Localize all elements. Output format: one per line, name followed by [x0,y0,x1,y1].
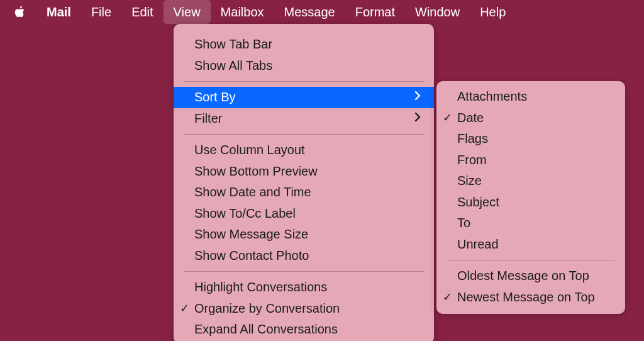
menubar-item-file[interactable]: File [81,0,121,24]
submenu-item-oldest-top[interactable]: Oldest Message on Top [436,266,625,287]
menu-separator [447,260,615,260]
menu-item-show-all-tabs[interactable]: Show All Tabs [174,55,434,77]
check-icon: ✓ [443,290,452,304]
submenu-item-subject[interactable]: Subject [436,192,625,213]
chevron-right-icon [414,111,421,126]
menu-item-show-contact-photo[interactable]: Show Contact Photo [174,245,434,267]
menubar-item-edit[interactable]: Edit [121,0,163,24]
menu-item-label: Filter [194,111,222,126]
menubar-item-help[interactable]: Help [470,0,516,24]
menubar-item-window[interactable]: Window [405,0,470,24]
menubar-item-message[interactable]: Message [274,0,345,24]
view-menu: Show Tab Bar Show All Tabs Sort By Filte… [174,24,434,341]
submenu-item-newest-top[interactable]: ✓ Newest Message on Top [436,287,625,308]
menu-separator [184,81,424,82]
menubar-item-mailbox[interactable]: Mailbox [211,0,274,24]
menu-item-label: Sort By [194,90,236,104]
menu-item-expand-all-conversations[interactable]: Expand All Conversations [174,319,434,340]
menu-item-show-bottom-preview[interactable]: Show Bottom Preview [174,161,434,182]
submenu-item-attachments[interactable]: Attachments [436,86,625,108]
submenu-item-flags[interactable]: Flags [436,128,625,150]
sort-by-submenu: Attachments ✓ Date Flags From Size Subje… [436,81,625,314]
submenu-item-size[interactable]: Size [436,170,625,192]
check-icon: ✓ [180,301,189,315]
menu-item-label: Newest Message on Top [457,290,595,305]
menubar-item-view[interactable]: View [164,0,211,24]
menu-item-show-to-cc[interactable]: Show To/Cc Label [174,203,434,225]
menu-item-organize-by-conversation[interactable]: ✓ Organize by Conversation [174,298,434,320]
menu-item-label: Date [457,111,484,125]
chevron-right-icon [414,90,421,104]
submenu-item-date[interactable]: ✓ Date [436,108,625,129]
menu-separator [184,271,424,272]
menu-separator [184,134,424,135]
menu-item-use-column-layout[interactable]: Use Column Layout [174,140,434,161]
menu-item-show-tab-bar[interactable]: Show Tab Bar [174,34,434,55]
submenu-item-unread[interactable]: Unread [436,234,625,255]
menubar-item-format[interactable]: Format [345,0,405,24]
menu-item-highlight-conversations[interactable]: Highlight Conversations [174,277,434,298]
submenu-item-to[interactable]: To [436,213,625,234]
menu-item-filter[interactable]: Filter [174,108,434,130]
menubar: Mail File Edit View Mailbox Message Form… [0,0,644,24]
menu-item-show-date-time[interactable]: Show Date and Time [174,182,434,203]
menu-item-show-message-size[interactable]: Show Message Size [174,224,434,245]
menubar-item-appname[interactable]: Mail [43,0,81,24]
menu-item-sort-by[interactable]: Sort By [174,87,434,108]
apple-logo-icon[interactable] [14,6,25,18]
menu-item-label: Organize by Conversation [194,301,340,316]
check-icon: ✓ [443,111,452,125]
submenu-item-from[interactable]: From [436,150,625,171]
